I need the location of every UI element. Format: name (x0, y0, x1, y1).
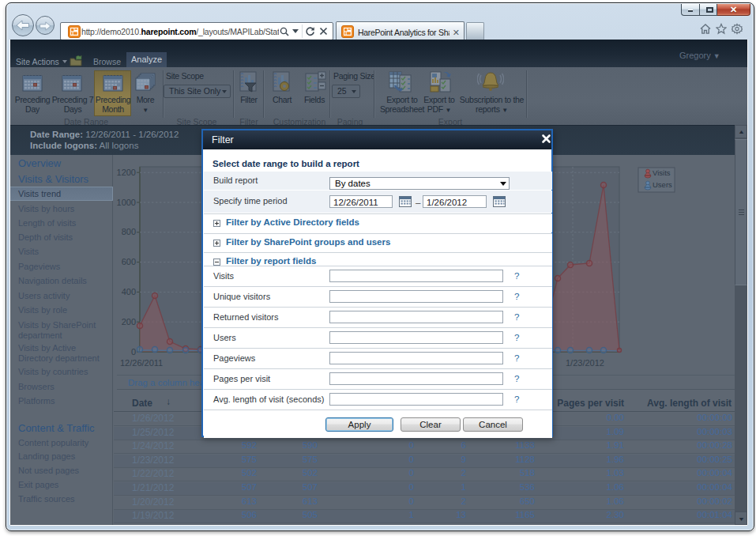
svg-text:1000: 1000 (117, 198, 136, 207)
svg-text:400: 400 (122, 287, 136, 296)
svg-text:0: 0 (131, 347, 136, 357)
svg-text:600: 600 (122, 257, 136, 266)
svg-text:200: 200 (122, 317, 136, 327)
svg-text:12/26/2011: 12/26/2011 (120, 358, 163, 368)
svg-text:Users: Users (653, 180, 672, 189)
svg-text:1/23/2012: 1/23/2012 (566, 358, 604, 368)
svg-text:Visits: Visits (653, 168, 671, 177)
svg-text:800: 800 (122, 227, 136, 236)
svg-text:1200: 1200 (117, 168, 136, 177)
